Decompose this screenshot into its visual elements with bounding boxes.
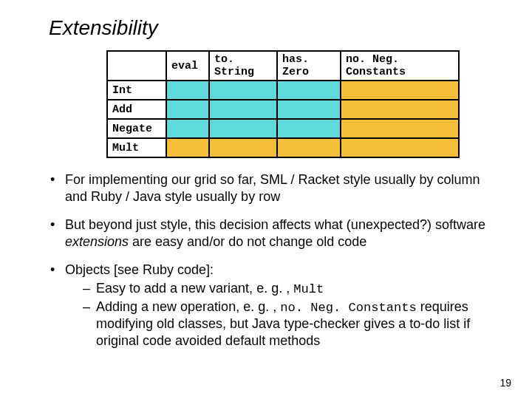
cell-new-row bbox=[277, 138, 341, 157]
row-header: Add bbox=[107, 100, 166, 119]
bullet-em: extensions bbox=[65, 234, 129, 249]
bullet-text: are easy and/or do not change old code bbox=[129, 234, 366, 249]
cell-existing bbox=[166, 81, 209, 100]
row-header: Negate bbox=[107, 119, 166, 138]
cell-existing bbox=[277, 119, 341, 138]
page-number: 19 bbox=[499, 377, 511, 389]
cell-existing bbox=[209, 100, 277, 119]
cell-existing bbox=[209, 119, 277, 138]
col-header: no. Neg. Constants bbox=[341, 51, 459, 81]
bullet-item: But beyond just style, this decision aff… bbox=[50, 216, 497, 250]
cell-new-row bbox=[166, 138, 209, 157]
col-header: to. String bbox=[209, 51, 277, 81]
bullet-text: Objects [see Ruby code]: bbox=[65, 262, 214, 277]
cell-existing bbox=[277, 100, 341, 119]
sub-bullet-item: Adding a new operation, e. g. , no. Neg.… bbox=[83, 299, 497, 349]
inline-code: no. Neg. Constants bbox=[280, 301, 417, 315]
sub-bullet-text: Adding a new operation, e. g. , bbox=[96, 299, 280, 314]
bullet-list: For implementing our grid so far, SML / … bbox=[50, 171, 497, 349]
row-header: Int bbox=[107, 81, 166, 100]
sub-bullet-item: Easy to add a new variant, e. g. , Mult bbox=[83, 280, 497, 297]
expression-problem-table: eval to. String has. Zero no. Neg. Const… bbox=[106, 50, 460, 158]
col-header: has. Zero bbox=[277, 51, 341, 81]
table-corner bbox=[107, 51, 166, 81]
cell-existing bbox=[277, 81, 341, 100]
cell-new-col bbox=[341, 119, 459, 138]
bullet-text: But beyond just style, this decision aff… bbox=[65, 217, 485, 232]
slide-title: Extensibility bbox=[46, 16, 497, 40]
col-header: eval bbox=[166, 51, 209, 81]
cell-new-col bbox=[341, 81, 459, 100]
cell-new-col bbox=[341, 100, 459, 119]
cell-new-row bbox=[341, 138, 459, 157]
sub-bullet-text: Easy to add a new variant, e. g. , bbox=[96, 281, 293, 296]
bullet-text: For implementing our grid so far, SML / … bbox=[65, 172, 480, 204]
sub-bullet-list: Easy to add a new variant, e. g. , Mult … bbox=[83, 280, 497, 349]
cell-existing bbox=[166, 100, 209, 119]
row-header: Mult bbox=[107, 138, 166, 157]
bullet-item: Objects [see Ruby code]: Easy to add a n… bbox=[50, 262, 497, 349]
cell-existing bbox=[209, 81, 277, 100]
inline-code: Mult bbox=[293, 282, 324, 296]
bullet-item: For implementing our grid so far, SML / … bbox=[50, 171, 497, 205]
cell-new-row bbox=[209, 138, 277, 157]
cell-existing bbox=[166, 119, 209, 138]
